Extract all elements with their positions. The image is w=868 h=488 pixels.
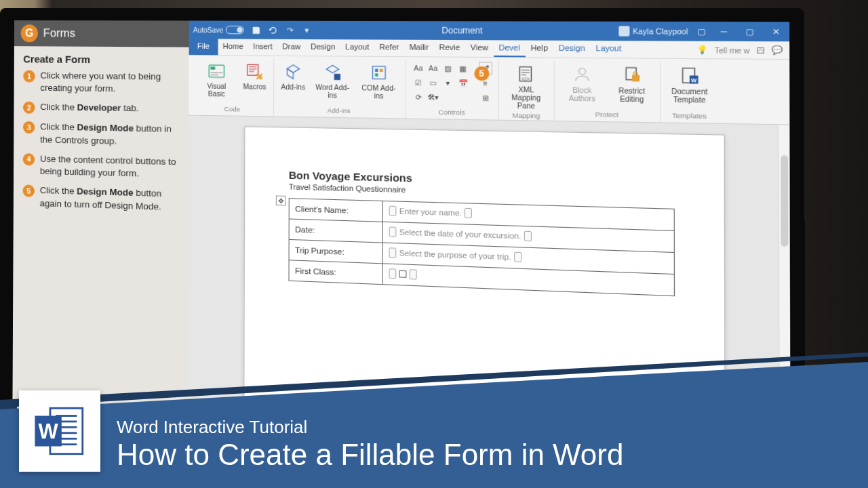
- ribbon-group-templates: W Document Template Templates: [660, 62, 718, 123]
- step-badge: 2: [23, 102, 35, 114]
- step-4: 4 Use the content control buttons to bei…: [23, 152, 179, 182]
- tab-table-design[interactable]: Design: [553, 41, 591, 58]
- xml-mapping-button[interactable]: </> XML Mapping Pane: [505, 62, 548, 112]
- com-addins-button[interactable]: COM Add-ins: [358, 61, 399, 102]
- tab-view[interactable]: View: [465, 40, 494, 57]
- svg-marker-5: [326, 65, 338, 73]
- step-1: 1 Click where you want to being creating…: [23, 69, 179, 96]
- tab-design[interactable]: Design: [306, 39, 340, 56]
- svg-point-13: [578, 68, 585, 75]
- svg-rect-7: [372, 66, 385, 79]
- datepicker-control-icon[interactable]: 📅: [456, 77, 470, 89]
- addins-button[interactable]: Add-ins: [279, 60, 307, 92]
- step-badge: 5: [22, 185, 35, 198]
- visual-basic-icon: [207, 61, 226, 81]
- ribbon-group-protect: Block Authors Restrict Editing Protect: [554, 61, 660, 122]
- form-table[interactable]: Client's Name: Enter your name. Date:: [288, 198, 675, 296]
- picture-control-icon[interactable]: ▧: [441, 62, 455, 75]
- building-block-control-icon[interactable]: ▦: [456, 62, 470, 75]
- step-badge: 1: [23, 70, 35, 82]
- ribbon: Visual Basic Macros Code: [189, 56, 789, 125]
- document-title: Document: [312, 25, 618, 36]
- close-button[interactable]: ✕: [767, 25, 785, 39]
- ribbon-group-addins: Add-ins Word Add-ins: [274, 59, 406, 119]
- checkbox-content-control[interactable]: [389, 268, 416, 279]
- macros-icon: [245, 62, 264, 81]
- sidebar-title: Forms: [43, 26, 75, 40]
- tab-developer[interactable]: Devel: [494, 40, 526, 57]
- date-content-control[interactable]: Select the date of your excursion.: [389, 226, 532, 241]
- text-content-control[interactable]: Enter your name.: [389, 206, 473, 219]
- minimize-button[interactable]: ─: [715, 24, 732, 38]
- table-move-handle-icon[interactable]: ✥: [276, 195, 286, 205]
- scrollbar-thumb[interactable]: [781, 155, 788, 247]
- xml-mapping-icon: </>: [515, 64, 536, 85]
- redo-icon[interactable]: ↷: [285, 25, 295, 35]
- repeating-control-icon[interactable]: ⟳: [412, 90, 425, 103]
- titlebar: AutoSave ↷ ▾ Document: [189, 21, 790, 42]
- svg-rect-10: [375, 73, 378, 77]
- svg-text:W: W: [691, 77, 696, 83]
- macros-button[interactable]: Macros: [241, 60, 267, 92]
- qat-dropdown-icon[interactable]: ▾: [302, 25, 313, 35]
- step-badge: 3: [23, 121, 35, 134]
- undo-icon[interactable]: [268, 25, 278, 35]
- tab-review[interactable]: Revie: [434, 40, 465, 57]
- vertical-scrollbar[interactable]: [778, 125, 791, 449]
- maximize-button[interactable]: ▢: [741, 24, 758, 38]
- com-addins-icon: [368, 62, 389, 83]
- tell-me-icon[interactable]: 💡: [697, 45, 708, 54]
- document-area[interactable]: Bon Voyage Excursions Travel Satisfactio…: [188, 116, 791, 467]
- field-label: Trip Purpose:: [289, 239, 382, 263]
- tab-file[interactable]: File: [189, 39, 218, 55]
- svg-marker-3: [287, 65, 299, 73]
- document-template-button[interactable]: W Document Template: [667, 63, 712, 106]
- svg-marker-4: [287, 68, 293, 79]
- restrict-editing-icon: [620, 64, 642, 85]
- rich-text-control-icon[interactable]: Aa: [412, 62, 425, 75]
- ribbon-group-controls: Aa Aa ▧ ▦ ☑ ▭ ▾ 📅 ⟳ 🛠▾: [406, 60, 498, 119]
- document-page[interactable]: Bon Voyage Excursions Travel Satisfactio…: [243, 126, 726, 466]
- word-addins-button[interactable]: Word Add-ins: [312, 61, 353, 102]
- step-3: 3 Click the Design Mode button in the Co…: [23, 121, 179, 148]
- document-template-icon: W: [678, 65, 701, 86]
- step-2: 2 Click the Developer tab.: [23, 101, 179, 117]
- autosave-toggle[interactable]: AutoSave: [193, 26, 244, 35]
- svg-rect-1: [211, 66, 216, 70]
- tab-table-layout[interactable]: Layout: [591, 41, 627, 58]
- legacy-tools-icon[interactable]: 🛠▾: [427, 90, 440, 103]
- share-icon[interactable]: ⮹: [756, 45, 765, 54]
- tab-insert[interactable]: Insert: [248, 39, 277, 56]
- ribbon-display-icon[interactable]: ▢: [696, 26, 707, 37]
- group-icon[interactable]: ⊞: [479, 91, 492, 104]
- dropdown-control-icon[interactable]: ▾: [441, 76, 455, 89]
- tell-me[interactable]: Tell me w: [715, 45, 750, 55]
- field-label: Date:: [289, 219, 382, 243]
- tab-mailings[interactable]: Mailir: [404, 40, 434, 57]
- svg-rect-9: [380, 68, 383, 72]
- restrict-editing-button[interactable]: Restrict Editing: [610, 63, 654, 105]
- svg-rect-2: [248, 64, 258, 75]
- sidebar-heading: Create a Form: [23, 53, 179, 66]
- svg-rect-15: [632, 75, 639, 82]
- user-account[interactable]: Kayla Claypool: [618, 26, 688, 37]
- content-controls-grid: Aa Aa ▧ ▦ ☑ ▭ ▾ 📅 ⟳ 🛠▾: [412, 62, 469, 104]
- word-addins-icon: [322, 62, 342, 83]
- tab-draw[interactable]: Draw: [277, 39, 306, 56]
- checkbox-control-icon[interactable]: ☑: [412, 76, 425, 89]
- save-icon[interactable]: [251, 25, 261, 35]
- visual-basic-button[interactable]: Visual Basic: [197, 60, 237, 99]
- tab-layout[interactable]: Layout: [340, 39, 374, 56]
- comments-icon[interactable]: 💬: [772, 45, 783, 56]
- tab-references[interactable]: Refer: [374, 39, 404, 56]
- plain-text-control-icon[interactable]: Aa: [427, 62, 440, 75]
- combobox-control-icon[interactable]: ▭: [427, 76, 440, 89]
- step-5: 5 Click the Design Mode button again to …: [22, 184, 178, 214]
- svg-rect-6: [334, 74, 340, 80]
- block-authors-button[interactable]: Block Authors: [561, 62, 604, 104]
- svg-rect-8: [375, 68, 378, 72]
- tab-help[interactable]: Help: [526, 40, 553, 57]
- tab-home[interactable]: Home: [218, 39, 248, 55]
- word-app: AutoSave ↷ ▾ Document: [188, 21, 791, 467]
- dropdown-content-control[interactable]: Select the purpose of your trip.: [389, 247, 522, 262]
